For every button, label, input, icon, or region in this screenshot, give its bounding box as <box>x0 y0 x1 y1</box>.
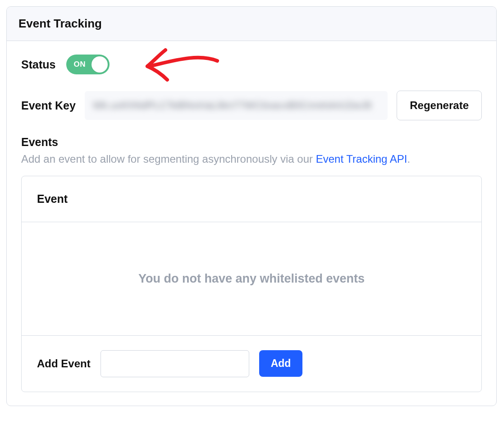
events-table-body: You do not have any whitelisted events <box>22 222 481 336</box>
add-event-input[interactable] <box>101 350 249 377</box>
event-tracking-api-link[interactable]: Event Tracking API <box>316 153 407 165</box>
event-key-label: Event Key <box>21 99 76 112</box>
events-table-header: Event <box>22 176 481 222</box>
events-desc-suffix: . <box>407 153 411 165</box>
toggle-knob <box>91 56 108 73</box>
status-toggle[interactable]: ON <box>66 55 110 74</box>
arrow-annotation-icon <box>134 44 224 84</box>
add-event-button[interactable]: Add <box>259 350 303 377</box>
event-tracking-panel: Event Tracking Status ON <box>6 6 497 406</box>
events-table-header-col: Event <box>37 192 466 206</box>
panel-body: Status ON Event Key Wk.uxKhNdPLC <box>7 41 496 406</box>
status-label: Status <box>21 58 55 71</box>
events-empty-message: You do not have any whitelisted events <box>31 272 472 286</box>
events-desc-prefix: Add an event to allow for segmenting asy… <box>21 153 316 165</box>
event-key-row: Event Key Wk.uxKhNdPLCTeBNviriaLlikn77WC… <box>21 91 482 120</box>
status-row: Status ON <box>21 55 482 74</box>
panel-title: Event Tracking <box>18 17 485 31</box>
events-table: Event You do not have any whitelisted ev… <box>21 176 482 392</box>
events-section-description: Add an event to allow for segmenting asy… <box>21 151 482 167</box>
events-section-title: Events <box>21 136 482 149</box>
event-key-value: Wk.uxKhNdPLCTeBNviriaLlikn77WCtixacxB0Cn… <box>93 100 371 111</box>
panel-header: Event Tracking <box>7 7 496 41</box>
event-key-value-box: Wk.uxKhNdPLCTeBNviriaLlikn77WCtixacxB0Cn… <box>85 91 388 120</box>
events-section: Events Add an event to allow for segment… <box>21 136 482 392</box>
regenerate-button[interactable]: Regenerate <box>397 91 482 120</box>
toggle-state-label: ON <box>73 60 86 69</box>
events-table-footer: Add Event Add <box>22 336 481 392</box>
add-event-label: Add Event <box>37 357 91 370</box>
